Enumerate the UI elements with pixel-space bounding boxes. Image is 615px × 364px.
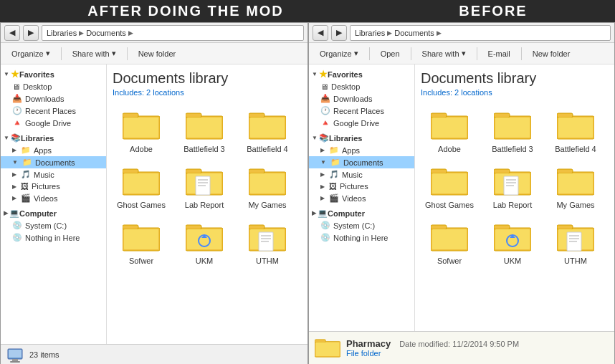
left-sidebar-item-music[interactable]: ▶ 🎵 Music (1, 168, 106, 181)
apps-icon: 📁 (21, 145, 31, 155)
right-sidebar-item-downloads[interactable]: 📥 Downloads (309, 92, 414, 105)
right-sidebar-item-sysc[interactable]: 💿 System (C:) (309, 219, 414, 231)
left-sidebar-item-apps[interactable]: ▶ 📁 Apps (1, 144, 106, 156)
svg-rect-53 (494, 169, 510, 173)
right-content-area: ▼ ★ Favorites 🖥 Desktop 📥 Downloads 🕐 (309, 64, 614, 331)
left-back-button[interactable]: ◀ (4, 25, 20, 41)
left-file-ukm[interactable]: UKM (176, 219, 233, 269)
left-content-area: ▼ ★ Favorites 🖥 Desktop 📥 Downloads 🕐 (1, 64, 308, 344)
right-organize-button[interactable]: Organize ▾ (315, 47, 363, 60)
right-libraries-header[interactable]: ▼ 📚 Libraries (309, 132, 414, 144)
right-toolbar-sep-3 (477, 47, 477, 60)
right-window: ◀ ▶ Libraries ▶ Documents ▶ Organize ▾ O… (308, 22, 615, 364)
left-address-path[interactable]: Libraries ▶ Documents ▶ (42, 25, 304, 41)
left-file-ghost[interactable]: Ghost Games (113, 163, 170, 213)
right-file-labreport[interactable]: Lab Report (484, 163, 541, 213)
right-file-mygames[interactable]: My Games (547, 163, 604, 213)
right-sidebar-item-drive[interactable]: 🔺 Google Drive (309, 117, 414, 129)
right-file-uthm[interactable]: UTHM (547, 219, 604, 269)
left-sidebar-item-recent[interactable]: 🕐 Recent Places (1, 105, 106, 117)
left-sidebar-item-sysc[interactable]: 💿 System (C:) (1, 219, 106, 231)
right-file-bf3[interactable]: Battlefield 3 (484, 107, 541, 157)
left-file-labreport[interactable]: Lab Report (176, 163, 233, 213)
right-file-adobe[interactable]: Adobe (421, 107, 478, 157)
left-file-uthm[interactable]: UTHM (239, 219, 296, 269)
left-file-grid: Adobe Battlefield 3 (113, 104, 302, 272)
left-sidebar-item-nothing[interactable]: 💿 Nothing in Here (1, 231, 106, 244)
left-file-sofwer[interactable]: Sofwer (113, 219, 170, 269)
left-share-button[interactable]: Share with ▾ (67, 47, 121, 60)
right-address-path[interactable]: Libraries ▶ Documents ▶ (350, 25, 611, 41)
pictures-triangle: ▶ (12, 183, 16, 190)
right-libraries-icon: 📚 (319, 133, 329, 143)
right-back-button[interactable]: ◀ (313, 25, 328, 41)
left-file-bf3[interactable]: Battlefield 3 (176, 107, 233, 157)
right-file-area: Documents library Includes: 2 locations … (415, 64, 614, 331)
left-libraries-label: Libraries (21, 134, 54, 143)
svg-rect-77 (315, 339, 325, 342)
right-file-sofwer[interactable]: Sofwer (421, 219, 478, 269)
left-libraries-header[interactable]: ▼ 📚 Libraries (1, 132, 106, 144)
right-new-folder-button[interactable]: New folder (528, 47, 576, 60)
right-share-button[interactable]: Share with ▾ (417, 47, 471, 60)
left-label-bf3: Battlefield 3 (183, 145, 224, 153)
right-sidebar-item-recent[interactable]: 🕐 Recent Places (309, 105, 414, 117)
right-sidebar-item-apps[interactable]: ▶ 📁 Apps (309, 144, 414, 156)
nothing-icon: 💿 (12, 233, 22, 242)
right-sidebar-item-desktop[interactable]: 🖥 Desktop (309, 81, 414, 92)
left-sysc-label: System (C:) (25, 221, 67, 230)
left-file-adobe[interactable]: Adobe (113, 107, 170, 157)
folder-icon-ukm (186, 222, 223, 254)
right-file-ghost[interactable]: Ghost Games (421, 163, 478, 213)
right-sidebar-item-nothing[interactable]: 💿 Nothing in Here (309, 231, 414, 244)
right-favorites-label: Favorites (328, 70, 363, 79)
right-share-label: Share with (422, 49, 459, 58)
left-favorites-header[interactable]: ▼ ★ Favorites (1, 67, 106, 81)
right-computer-header[interactable]: ▶ 💻 Computer (309, 207, 414, 219)
left-computer-section: ▶ 💻 Computer 💿 System (C:) 💿 Nothing in … (1, 207, 106, 244)
right-computer-section: ▶ 💻 Computer 💿 System (C:) 💿 Nothing in … (309, 207, 414, 244)
right-toolbar: Organize ▾ Open Share with ▾ E-mail New … (309, 43, 614, 64)
left-label-ghost: Ghost Games (117, 201, 166, 209)
right-favorites-header[interactable]: ▼ ★ Favorites (309, 67, 414, 81)
left-status-count: 23 items (29, 350, 59, 359)
right-drive-label: Google Drive (333, 119, 379, 128)
svg-rect-70 (557, 225, 573, 229)
left-new-folder-button[interactable]: New folder (133, 47, 181, 60)
right-recent-icon: 🕐 (320, 106, 330, 115)
svg-rect-5 (187, 118, 221, 138)
right-sidebar-item-videos[interactable]: ▶ 🎬 Videos (309, 192, 414, 204)
right-subtitle-prefix: Includes: (421, 88, 452, 97)
svg-rect-20 (249, 169, 264, 173)
left-subtitle-prefix: Includes: (113, 88, 144, 97)
right-forward-button[interactable]: ▶ (331, 25, 347, 41)
left-subtitle-link[interactable]: 2 locations (146, 88, 184, 97)
right-open-button[interactable]: Open (376, 47, 405, 60)
left-sidebar-item-documents[interactable]: ▼ 📁 Documents (1, 156, 106, 168)
right-sidebar-item-music[interactable]: ▶ 🎵 Music (309, 168, 414, 181)
left-file-bf4[interactable]: Battlefield 4 (239, 107, 296, 157)
left-computer-header[interactable]: ▶ 💻 Computer (1, 207, 106, 219)
right-folder-icon-bf3 (494, 110, 531, 142)
left-window: ◀ ▶ Libraries ▶ Documents ▶ Organize ▾ S… (0, 22, 308, 364)
right-file-bf4[interactable]: Battlefield 4 (547, 107, 604, 157)
left-sidebar-item-videos[interactable]: ▶ 🎬 Videos (1, 192, 106, 204)
right-email-button[interactable]: E-mail (483, 47, 515, 60)
svg-rect-26 (186, 225, 201, 229)
computer-triangle: ▶ (4, 210, 8, 216)
left-forward-button[interactable]: ▶ (23, 25, 39, 41)
right-subtitle-link[interactable]: 2 locations (454, 88, 492, 97)
left-organize-button[interactable]: Organize ▾ (6, 47, 55, 60)
left-sidebar-item-pictures[interactable]: ▶ 🖼 Pictures (1, 181, 106, 192)
left-apps-label: Apps (34, 146, 52, 155)
left-sidebar-item-desktop[interactable]: 🖥 Desktop (1, 81, 106, 92)
left-file-mygames[interactable]: My Games (239, 163, 296, 213)
documents-triangle: ▼ (12, 159, 18, 166)
left-sidebar-item-downloads[interactable]: 📥 Downloads (1, 92, 106, 105)
left-sidebar-item-drive[interactable]: 🔺 Google Drive (1, 117, 106, 129)
right-libraries-triangle: ▼ (312, 135, 318, 141)
right-sidebar-item-documents[interactable]: ▼ 📁 Documents (309, 156, 414, 168)
right-sidebar-item-pictures[interactable]: ▶ 🖼 Pictures (309, 181, 414, 192)
right-file-ukm[interactable]: UKM (484, 219, 541, 269)
right-folder-icon-uthm (557, 222, 594, 254)
